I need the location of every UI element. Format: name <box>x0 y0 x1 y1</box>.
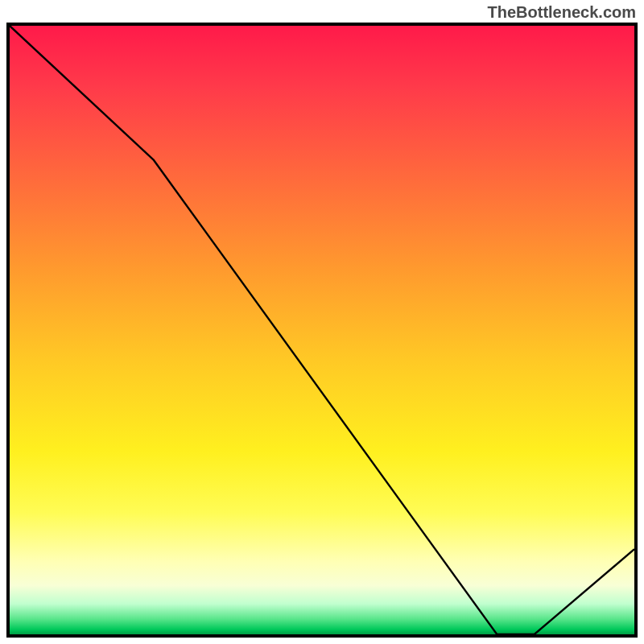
watermark-text: TheBottleneck.com <box>488 3 636 22</box>
curve-path <box>10 26 634 634</box>
plot-frame <box>6 23 638 638</box>
chart-container: TheBottleneck.com <box>0 0 644 644</box>
curve-svg <box>10 26 634 634</box>
